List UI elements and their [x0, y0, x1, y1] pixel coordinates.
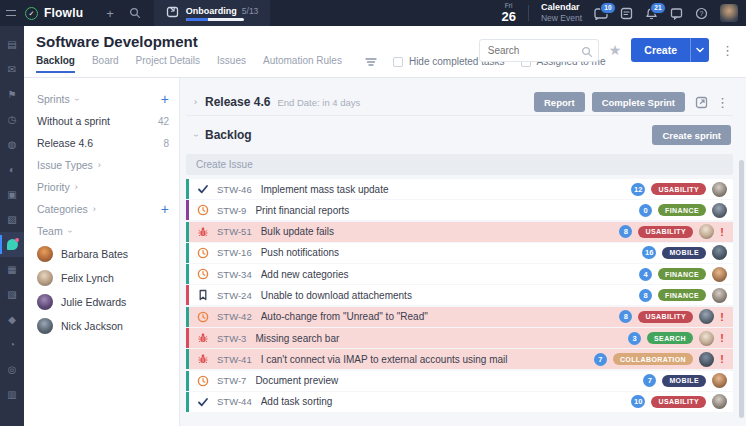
rail-item-agile-projects[interactable] — [0, 232, 24, 257]
add-category-button[interactable]: + — [161, 202, 169, 216]
issue-title[interactable]: Push notifications — [261, 247, 642, 258]
chat-button[interactable] — [670, 7, 683, 20]
rail-item-knowledge[interactable]: ◎ — [0, 357, 24, 382]
team-member-julie-edwards[interactable]: Julie Edwards — [37, 290, 169, 314]
user-avatar[interactable] — [720, 4, 738, 22]
assignee-avatar[interactable] — [712, 182, 727, 197]
category-tag[interactable]: FINANCE — [658, 204, 706, 216]
create-button[interactable]: Create — [631, 38, 690, 62]
team-member-felix-lynch[interactable]: Felix Lynch — [37, 266, 169, 290]
category-tag[interactable]: USABILITY — [638, 226, 693, 238]
assignee-avatar[interactable] — [712, 245, 727, 260]
header-more-menu[interactable]: ⋮ — [719, 42, 736, 59]
category-tag[interactable]: FINANCE — [658, 268, 706, 280]
issue-row-stw-42[interactable]: STW-42Auto-change from "Unread" to "Read… — [186, 307, 733, 327]
create-dropdown-caret[interactable] — [690, 38, 709, 62]
issue-row-stw-7[interactable]: STW-7Document preview7MOBILE — [186, 371, 733, 391]
rail-item-reports[interactable]: ▦ — [0, 257, 24, 282]
issue-title[interactable]: Print financial reports — [255, 205, 639, 216]
team-section-toggle[interactable]: Team› — [37, 225, 71, 237]
assignee-avatar[interactable] — [699, 331, 714, 346]
issue-row-stw-3[interactable]: STW-3Missing search bar3SEARCH! — [186, 328, 733, 348]
issue-title[interactable]: Add new categories — [261, 269, 639, 280]
rail-item-automation[interactable]: ◆ — [0, 307, 24, 332]
assignee-avatar[interactable] — [712, 267, 727, 282]
flowlu-logo-icon[interactable]: ✓ — [25, 7, 38, 20]
team-member-barbara-bates[interactable]: Barbara Bates — [37, 242, 169, 266]
sort-filter-icon[interactable] — [365, 57, 377, 67]
issue-row-stw-9[interactable]: STW-9Print financial reports0FINANCE — [186, 200, 733, 220]
notes-button[interactable] — [620, 7, 633, 20]
assignee-avatar[interactable] — [699, 352, 714, 367]
categories-section-toggle[interactable]: Categories› — [37, 203, 96, 215]
create-sprint-button[interactable]: Create sprint — [652, 125, 731, 145]
checkbox[interactable] — [393, 57, 403, 67]
rail-item-crm[interactable]: ⚑ — [0, 82, 24, 107]
sprint-item-without-a-sprint[interactable]: Without a sprint42 — [37, 110, 169, 132]
issue-title[interactable]: Missing search bar — [255, 333, 628, 344]
category-tag[interactable]: COLLABORATION — [613, 353, 693, 365]
issue-title[interactable]: Bulk update fails — [261, 226, 620, 237]
category-tag[interactable]: MOBILE — [662, 375, 706, 387]
add-sprint-button[interactable]: + — [161, 92, 169, 106]
tab-board[interactable]: Board — [92, 55, 119, 73]
rail-item-documents[interactable]: ▧ — [0, 207, 24, 232]
category-tag[interactable]: MOBILE — [662, 247, 706, 259]
issue-title[interactable]: Unable to download attachements — [261, 290, 639, 301]
rail-item-time[interactable]: ◔ — [0, 332, 24, 357]
rail-item-team[interactable]: ◍ — [0, 132, 24, 157]
rail-item-products[interactable]: ▣ — [0, 182, 24, 207]
rail-item-finance[interactable]: ◐ — [0, 157, 24, 182]
onboarding-widget[interactable]: Onboarding 5/13 — [154, 0, 271, 26]
assignee-avatar[interactable] — [712, 203, 727, 218]
date-widget[interactable]: Fri 26 — [501, 3, 515, 23]
release-more-menu[interactable]: ⋮ — [714, 94, 731, 111]
category-tag[interactable]: USABILITY — [638, 311, 693, 323]
create-issue-input[interactable]: Create Issue — [186, 154, 733, 175]
category-tag[interactable]: USABILITY — [651, 183, 706, 195]
issue-row-stw-41[interactable]: STW-41I can't connect via IMAP to extern… — [186, 349, 733, 369]
priority-section-toggle[interactable]: Priority› — [37, 181, 78, 193]
issue-title[interactable]: Auto-change from "Unread" to "Read" — [261, 311, 620, 322]
open-sprint-icon[interactable] — [695, 96, 708, 109]
menu-icon[interactable] — [6, 10, 16, 16]
quick-add-icon[interactable]: + — [106, 7, 114, 20]
vertical-scrollbar[interactable] — [739, 160, 744, 418]
release-title[interactable]: Release 4.6 — [205, 95, 270, 109]
assignee-avatar[interactable] — [712, 394, 727, 409]
tab-automation-rules[interactable]: Automation Rules — [263, 55, 342, 73]
chevron-right-icon[interactable]: › — [194, 98, 197, 107]
rail-item-dashboard[interactable]: ▤ — [0, 32, 24, 57]
favorite-star-icon[interactable]: ★ — [609, 43, 622, 57]
team-member-nick-jackson[interactable]: Nick Jackson — [37, 314, 169, 338]
issue-title[interactable]: Add task sorting — [261, 396, 631, 407]
issue-title[interactable]: Document preview — [255, 375, 643, 386]
new-event-link[interactable]: New Event — [541, 13, 582, 24]
notifications-button[interactable]: 21 — [645, 7, 658, 20]
tab-backlog[interactable]: Backlog — [36, 55, 75, 73]
issue-row-stw-34[interactable]: STW-34Add new categories4FINANCE — [186, 264, 733, 284]
complete-sprint-button[interactable]: Complete Sprint — [592, 92, 685, 112]
messages-button[interactable]: 10 — [594, 7, 608, 20]
rail-item-tasks[interactable]: ◷ — [0, 107, 24, 132]
assignee-avatar[interactable] — [712, 373, 727, 388]
rail-item-apps[interactable]: ▨ — [0, 282, 24, 307]
category-tag[interactable]: FINANCE — [658, 289, 706, 301]
rail-item-settings[interactable]: ▥ — [0, 382, 24, 407]
category-tag[interactable]: USABILITY — [651, 396, 706, 408]
issue-title[interactable]: Implement mass task update — [261, 184, 631, 195]
tab-project-details[interactable]: Project Details — [136, 55, 200, 73]
chevron-down-icon[interactable]: › — [191, 134, 200, 137]
assignee-avatar[interactable] — [699, 224, 714, 239]
brand-name[interactable]: Flowlu — [44, 6, 83, 20]
issue-row-stw-51[interactable]: STW-51Bulk update fails8USABILITY! — [186, 222, 733, 242]
issue-types-section-toggle[interactable]: Issue Types› — [37, 159, 101, 171]
issue-row-stw-24[interactable]: STW-24Unable to download attachements8FI… — [186, 285, 733, 305]
issue-row-stw-16[interactable]: STW-16Push notifications16MOBILE — [186, 243, 733, 263]
report-button[interactable]: Report — [534, 92, 585, 112]
tab-issues[interactable]: Issues — [217, 55, 246, 73]
assignee-avatar[interactable] — [712, 288, 727, 303]
calendar-widget[interactable]: Calendar New Event — [541, 2, 582, 24]
sprint-item-release-4.6[interactable]: Release 4.68 — [37, 132, 169, 154]
issue-row-stw-44[interactable]: STW-44Add task sorting10USABILITY — [186, 392, 733, 412]
